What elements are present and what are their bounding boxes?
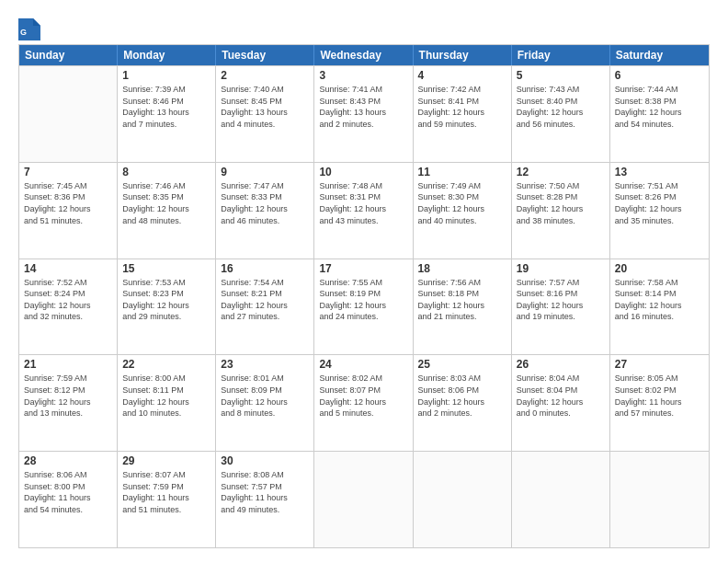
day-number: 18: [418, 262, 506, 275]
svg-marker-1: [33, 18, 40, 26]
day-number: 28: [24, 454, 112, 467]
cell-line: Sunset: 8:19 PM: [319, 288, 407, 300]
cell-line: Sunset: 7:57 PM: [221, 481, 309, 493]
cell-line: Sunset: 8:21 PM: [221, 288, 309, 300]
cell-line: and 38 minutes.: [517, 215, 605, 227]
cell-line: Sunrise: 8:08 AM: [221, 469, 309, 481]
cell-line: and 59 minutes.: [418, 119, 506, 131]
cell-line: Daylight: 12 hours: [319, 396, 407, 408]
page: G SundayMondayTuesdayWednesdayThursdayFr…: [0, 0, 728, 563]
cell-line: Daylight: 12 hours: [615, 203, 704, 215]
day-cell-21: 21Sunrise: 7:59 AMSunset: 8:12 PMDayligh…: [19, 355, 118, 451]
cell-line: and 0 minutes.: [517, 408, 605, 419]
calendar-body: 1Sunrise: 7:39 AMSunset: 8:46 PMDaylight…: [19, 65, 709, 547]
cell-line: Sunset: 8:23 PM: [122, 288, 210, 300]
cell-line: Sunset: 8:09 PM: [221, 385, 309, 396]
cell-line: Daylight: 12 hours: [517, 107, 605, 119]
cell-line: and 56 minutes.: [517, 119, 605, 131]
cell-line: Sunrise: 8:06 AM: [24, 469, 112, 481]
day-cell-6: 6Sunrise: 7:44 AMSunset: 8:38 PMDaylight…: [610, 66, 709, 162]
cell-line: Sunrise: 8:00 AM: [122, 373, 210, 385]
cell-line: and 48 minutes.: [122, 215, 210, 227]
header-day-sunday: Sunday: [19, 45, 118, 65]
cell-line: Sunrise: 7:51 AM: [615, 180, 704, 192]
calendar-header-row: SundayMondayTuesdayWednesdayThursdayFrid…: [19, 45, 709, 65]
day-cell-5: 5Sunrise: 7:43 AMSunset: 8:40 PMDaylight…: [512, 66, 610, 162]
cell-line: Sunrise: 8:03 AM: [418, 373, 506, 385]
day-number: 27: [615, 358, 704, 371]
cell-line: Daylight: 12 hours: [418, 107, 506, 119]
cell-line: Daylight: 12 hours: [221, 396, 309, 408]
cell-line: and 54 minutes.: [24, 504, 112, 516]
day-cell-12: 12Sunrise: 7:50 AMSunset: 8:28 PMDayligh…: [512, 163, 610, 259]
cell-line: Sunset: 8:36 PM: [24, 191, 112, 203]
cell-line: Daylight: 12 hours: [221, 300, 309, 312]
header-day-tuesday: Tuesday: [216, 45, 314, 65]
day-cell-29: 29Sunrise: 8:07 AMSunset: 7:59 PMDayligh…: [118, 452, 216, 547]
cell-line: Sunrise: 7:54 AM: [221, 277, 309, 289]
cell-line: Daylight: 13 hours: [122, 107, 210, 119]
day-cell-18: 18Sunrise: 7:56 AMSunset: 8:18 PMDayligh…: [414, 259, 512, 355]
cell-line: and 19 minutes.: [517, 311, 605, 323]
cell-line: and 57 minutes.: [615, 408, 704, 419]
cell-line: Sunrise: 7:49 AM: [418, 180, 506, 192]
cell-line: Sunset: 8:33 PM: [221, 191, 309, 203]
header-day-friday: Friday: [512, 45, 610, 65]
cell-line: Daylight: 12 hours: [319, 300, 407, 312]
day-number: 26: [517, 358, 605, 371]
day-number: 14: [24, 262, 112, 275]
cell-line: Daylight: 12 hours: [24, 203, 112, 215]
empty-cell: [19, 66, 118, 162]
week-row-5: 28Sunrise: 8:06 AMSunset: 8:00 PMDayligh…: [19, 451, 709, 547]
cell-line: Daylight: 12 hours: [418, 396, 506, 408]
cell-line: and 49 minutes.: [221, 504, 309, 516]
cell-line: and 2 minutes.: [319, 119, 407, 131]
day-number: 8: [122, 166, 210, 178]
cell-line: Daylight: 12 hours: [517, 203, 605, 215]
cell-line: Sunset: 8:24 PM: [24, 288, 112, 300]
cell-line: and 4 minutes.: [221, 119, 309, 131]
logo-icon: G: [18, 15, 40, 40]
cell-line: Sunrise: 7:55 AM: [319, 277, 407, 289]
header-day-wednesday: Wednesday: [314, 45, 413, 65]
cell-line: Sunset: 8:26 PM: [615, 191, 704, 203]
cell-line: Sunrise: 7:48 AM: [319, 180, 407, 192]
day-cell-16: 16Sunrise: 7:54 AMSunset: 8:21 PMDayligh…: [216, 259, 314, 355]
day-number: 17: [319, 262, 407, 275]
day-cell-7: 7Sunrise: 7:45 AMSunset: 8:36 PMDaylight…: [19, 163, 118, 259]
cell-line: Daylight: 12 hours: [24, 396, 112, 408]
cell-line: and 21 minutes.: [418, 311, 506, 323]
cell-line: Sunrise: 8:04 AM: [517, 373, 605, 385]
cell-line: Daylight: 11 hours: [122, 492, 210, 504]
logo: G: [18, 15, 44, 40]
day-cell-3: 3Sunrise: 7:41 AMSunset: 8:43 PMDaylight…: [314, 66, 413, 162]
day-number: 11: [418, 166, 506, 178]
day-number: 20: [615, 262, 704, 275]
cell-line: Sunset: 8:30 PM: [418, 191, 506, 203]
day-number: 6: [615, 69, 704, 82]
cell-line: Sunrise: 7:45 AM: [24, 180, 112, 192]
day-number: 30: [221, 454, 309, 467]
cell-line: and 8 minutes.: [221, 408, 309, 419]
day-cell-10: 10Sunrise: 7:48 AMSunset: 8:31 PMDayligh…: [314, 163, 413, 259]
cell-line: Daylight: 11 hours: [221, 492, 309, 504]
day-number: 2: [221, 69, 309, 82]
day-number: 29: [122, 454, 210, 467]
cell-line: Sunset: 8:45 PM: [221, 96, 309, 108]
day-number: 21: [24, 358, 112, 371]
header-day-saturday: Saturday: [610, 45, 709, 65]
cell-line: and 40 minutes.: [418, 215, 506, 227]
cell-line: Sunrise: 8:01 AM: [221, 373, 309, 385]
calendar: SundayMondayTuesdayWednesdayThursdayFrid…: [18, 44, 710, 548]
day-cell-8: 8Sunrise: 7:46 AMSunset: 8:35 PMDaylight…: [118, 163, 216, 259]
day-cell-27: 27Sunrise: 8:05 AMSunset: 8:02 PMDayligh…: [610, 355, 709, 451]
cell-line: and 46 minutes.: [221, 215, 309, 227]
svg-text:G: G: [20, 28, 27, 37]
day-number: 13: [615, 166, 704, 178]
cell-line: and 54 minutes.: [615, 119, 704, 131]
cell-line: Sunset: 8:02 PM: [615, 385, 704, 396]
cell-line: Daylight: 12 hours: [319, 203, 407, 215]
empty-cell: [610, 452, 709, 547]
day-number: 22: [122, 358, 210, 371]
day-cell-20: 20Sunrise: 7:58 AMSunset: 8:14 PMDayligh…: [610, 259, 709, 355]
